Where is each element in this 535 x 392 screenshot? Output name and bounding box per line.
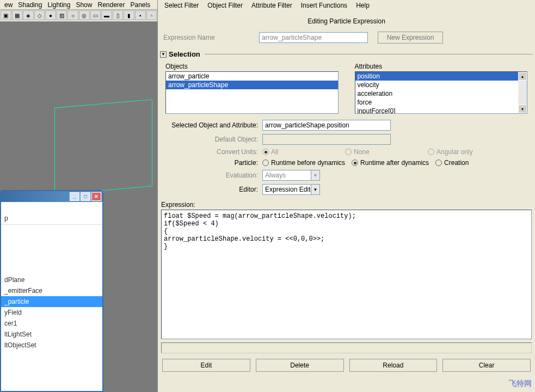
scrollbar[interactable]: ▲ ▼ — [518, 72, 527, 113]
menu-renderer[interactable]: Renderer — [95, 1, 127, 9]
panel-title: Editing Particle Expression — [158, 11, 535, 30]
expression-editor-panel: Select Filter Object Filter Attribute Fi… — [157, 0, 535, 392]
objects-label: Objects — [165, 60, 339, 71]
radio-runtime-after[interactable] — [352, 160, 358, 166]
maximize-button[interactable]: □ — [81, 192, 90, 201]
selected-obj-attr-field[interactable] — [262, 120, 391, 131]
list-item-selected[interactable]: arrow_particleShape — [166, 81, 338, 89]
menu-object-filter[interactable]: Object Filter — [204, 1, 246, 10]
new-expression-button[interactable]: New Expression — [378, 32, 443, 44]
menu-attribute-filter[interactable]: Attribute Filter — [248, 1, 296, 10]
snap-icon[interactable]: ◈ — [23, 10, 34, 20]
editor-select[interactable]: Expression Editor ▼ — [262, 184, 320, 195]
scroll-up-icon[interactable]: ▲ — [518, 72, 527, 81]
outliner-window: _ □ ✕ p dPlane _emitterFace _particle yF… — [0, 190, 103, 392]
menu-lighting[interactable]: Lighting — [45, 1, 72, 9]
list-item-selected[interactable]: position — [355, 72, 519, 81]
evaluation-select: Always ▼ — [262, 170, 320, 181]
default-object-label: Default Object: — [165, 136, 258, 143]
watermark: 飞特网 — [509, 379, 532, 389]
list-item[interactable]: inputForce[0] — [355, 107, 519, 114]
expression-name-field[interactable] — [259, 32, 368, 43]
list-item-selected[interactable]: _particle — [1, 296, 102, 307]
light-icon[interactable]: ☼ — [67, 10, 78, 20]
particle-label: Particle: — [165, 159, 258, 167]
expression-menubar: Select Filter Object Filter Attribute Fi… — [158, 0, 535, 11]
selected-obj-attr-label: Selected Object and Attribute: — [165, 121, 258, 129]
radio-all — [262, 149, 269, 155]
clear-button[interactable]: Clear — [442, 359, 531, 372]
menu-insert-functions[interactable]: Insert Functions — [298, 1, 350, 10]
menu-select-filter[interactable]: Select Filter — [161, 1, 202, 10]
radio-none — [345, 149, 352, 155]
scroll-down-icon[interactable]: ▼ — [518, 105, 527, 113]
iso-icon[interactable]: ▭ — [90, 10, 101, 20]
default-object-field — [262, 134, 391, 145]
tex-icon[interactable]: ▨ — [57, 10, 67, 20]
menu-panels[interactable]: Panels — [128, 1, 153, 9]
edit-button[interactable]: Edit — [162, 359, 250, 372]
list-item[interactable]: cer1 — [1, 318, 102, 329]
list-item[interactable]: ltLightSet — [1, 329, 102, 340]
list-item[interactable]: dPlane — [1, 274, 102, 285]
list-item[interactable]: ltObjectSet — [1, 340, 102, 351]
menu-help[interactable]: Help — [353, 1, 373, 10]
grid-icon[interactable]: ▦ — [12, 10, 23, 20]
list-item[interactable]: acceleration — [355, 89, 519, 98]
wireframe-object — [54, 99, 152, 195]
expression-name-label: Expression Name — [161, 34, 254, 41]
expression-textarea[interactable]: float $Speed = mag(arrow_particleShape.v… — [161, 210, 532, 339]
shade-icon[interactable]: ● — [45, 10, 56, 20]
gate-icon[interactable]: ▯ — [113, 10, 124, 20]
wire-icon[interactable]: ◇ — [34, 10, 45, 20]
menu-view[interactable]: ew — [2, 1, 15, 9]
list-item[interactable]: force — [355, 98, 519, 107]
convert-units-label: Convert Units: — [165, 148, 258, 156]
viewport-menubar: ew Shading Lighting Show Renderer Panels — [0, 0, 157, 10]
outliner-header-item: p — [1, 213, 102, 224]
misc-a-icon[interactable]: ▪ — [135, 10, 146, 20]
res-icon[interactable]: ▬ — [101, 10, 112, 20]
radio-creation[interactable] — [435, 160, 442, 166]
safe-icon[interactable]: ▮ — [124, 10, 134, 20]
list-item[interactable]: arrow_particle — [166, 72, 338, 81]
outliner-titlebar[interactable]: _ □ ✕ — [1, 191, 102, 202]
menu-shading[interactable]: Shading — [16, 1, 44, 9]
evaluation-label: Evaluation: — [165, 171, 258, 179]
radio-angular — [428, 149, 434, 155]
delete-button[interactable]: Delete — [256, 359, 344, 372]
camera-icon[interactable]: ▣ — [1, 10, 11, 20]
list-item[interactable]: _emitterFace — [1, 285, 102, 296]
editor-label: Editor: — [165, 186, 258, 193]
menu-show[interactable]: Show — [73, 1, 94, 9]
collapse-icon[interactable]: ▼ — [160, 51, 167, 58]
minimize-button[interactable]: _ — [70, 192, 79, 201]
close-button[interactable]: ✕ — [91, 192, 101, 201]
xray-icon[interactable]: ◎ — [79, 10, 90, 20]
chevron-down-icon[interactable]: ▼ — [311, 185, 319, 194]
attributes-label: Attributes — [355, 60, 528, 71]
list-item[interactable]: velocity — [355, 81, 519, 89]
chevron-down-icon: ▼ — [311, 170, 319, 180]
misc-b-icon[interactable]: ▫ — [146, 10, 157, 20]
expression-label: Expression: — [158, 197, 535, 210]
section-label: Selection — [169, 50, 200, 58]
attributes-listbox[interactable]: position velocity acceleration force inp… — [355, 71, 528, 114]
reload-button[interactable]: Reload — [349, 359, 438, 372]
list-item[interactable]: yField — [1, 307, 102, 318]
viewport-toolbar: ▣ ▦ ◈ ◇ ● ▨ ☼ ◎ ▭ ▬ ▯ ▮ ▪ ▫ — [0, 10, 157, 22]
objects-listbox[interactable]: arrow_particle arrow_particleShape — [165, 71, 339, 114]
radio-runtime-before[interactable] — [262, 160, 269, 166]
status-bar — [161, 342, 532, 353]
